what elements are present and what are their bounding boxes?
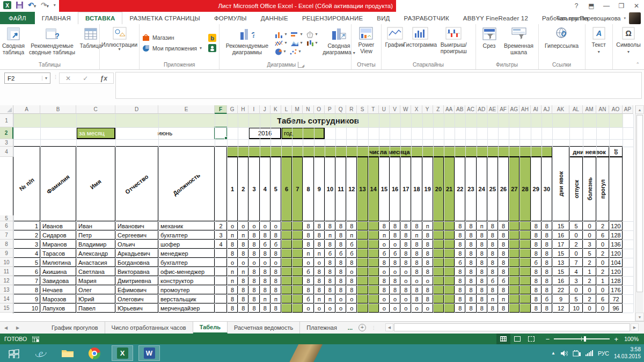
day-header-21[interactable]: 21 [444, 157, 455, 221]
row-header-10[interactable]: 10 [0, 258, 13, 267]
column-header-A[interactable]: A [13, 105, 40, 114]
cell-day-24[interactable]: 8 [477, 258, 487, 267]
column-header-X[interactable]: X [411, 105, 422, 114]
cell-day-28[interactable] [519, 267, 530, 276]
cell-day-22[interactable]: 8 [455, 221, 465, 230]
cell-extra[interactable] [215, 285, 227, 294]
tab-page-layout[interactable]: РАЗМЕТКА СТРАНИЦЫ [122, 12, 207, 24]
cell-day-19[interactable]: о [422, 303, 433, 313]
cell-day-1[interactable]: 8 [227, 240, 238, 249]
cell-surname[interactable]: Тарасов [40, 249, 76, 258]
cell-day-6[interactable] [281, 285, 292, 294]
cell-truancy[interactable]: 0 [596, 285, 609, 294]
row-header-15[interactable]: 15 [0, 303, 13, 313]
cell-surname[interactable]: Сидаров [40, 230, 76, 240]
cell-day-10[interactable]: п [325, 230, 335, 240]
cell-surname[interactable]: Милютина [40, 258, 76, 267]
cell-day-20[interactable] [433, 258, 444, 267]
cell-day-20[interactable] [433, 221, 444, 230]
cell-day-11[interactable]: 8 [335, 267, 346, 276]
cell-day-27[interactable] [509, 276, 519, 285]
cell-day-29[interactable]: 8 [531, 230, 541, 240]
cell-day-1[interactable]: п [227, 230, 238, 240]
column-header-F[interactable]: F [215, 105, 227, 114]
cell-day-9[interactable]: 8 [314, 285, 325, 294]
cell-day-18[interactable]: 8 [411, 258, 422, 267]
line-chart-button[interactable]: ▾ [275, 40, 287, 47]
cell-day-27[interactable] [509, 285, 519, 294]
tray-expand-icon[interactable]: ▲ [551, 351, 555, 356]
internet-explorer-icon[interactable]: e [30, 345, 52, 361]
cell-vacation[interactable]: 5 [569, 294, 583, 303]
column-header-U[interactable]: U [379, 105, 390, 114]
cell-truancy[interactable]: 2 [596, 267, 609, 276]
cell-sick[interactable]: 3 [583, 240, 596, 249]
cell-day-15[interactable]: 8 [379, 276, 390, 285]
cell-day-18[interactable]: п [411, 230, 422, 240]
charts-dialog-launcher-icon[interactable] [298, 62, 304, 68]
cell-day-8[interactable]: 8 [303, 285, 313, 294]
cell-attend[interactable]: 15 [552, 267, 569, 276]
header-отпуск[interactable]: отпуск [569, 157, 583, 221]
cell-day-17[interactable]: о [400, 294, 411, 303]
cell-day-11[interactable]: 8 [335, 240, 346, 249]
cell-day-11[interactable]: 8 [335, 276, 346, 285]
cell-day-6[interactable] [281, 294, 292, 303]
cell-day-2[interactable]: п [238, 267, 248, 276]
cell-name[interactable]: Владимир [76, 240, 115, 249]
day-header-19[interactable]: 19 [422, 157, 433, 221]
cell-day-3[interactable]: 8 [248, 267, 259, 276]
cell-day-29[interactable]: 8 [531, 267, 541, 276]
cell-day-21[interactable] [444, 230, 455, 240]
cell-day-6[interactable] [281, 249, 292, 258]
cell-day-7[interactable] [292, 240, 303, 249]
column-header-AD[interactable]: AD [477, 105, 487, 114]
cell-day-17[interactable]: о [400, 267, 411, 276]
timeline-button[interactable]: Временная шкала [501, 25, 537, 61]
cell-day-10[interactable]: б [325, 249, 335, 258]
column-chart-button[interactable]: ▾ [275, 31, 287, 38]
cell-day-22[interactable]: 8 [455, 240, 465, 249]
header-extra-col[interactable] [215, 147, 227, 221]
day-header-6[interactable]: 6 [281, 157, 292, 221]
view-normal-icon[interactable] [496, 334, 510, 344]
cell-day-14[interactable] [368, 294, 379, 303]
cell-day-26[interactable]: 8 [498, 303, 509, 313]
day-header-4[interactable]: 4 [260, 157, 270, 221]
day-header-15[interactable]: 15 [379, 157, 390, 221]
battery-icon[interactable] [573, 350, 581, 357]
cell-day-12[interactable]: 8 [346, 285, 357, 294]
cell-day-21[interactable] [444, 267, 455, 276]
column-header-C[interactable]: C [76, 105, 115, 114]
cell-day-27[interactable] [509, 249, 519, 258]
cell-day-27[interactable] [509, 258, 519, 267]
user-name[interactable]: Татьяна Перевощикова [556, 15, 620, 21]
day-header-7[interactable]: 7 [292, 157, 303, 221]
pivot-table-button[interactable]: Сводная таблица [2, 25, 25, 61]
cell-day-12[interactable]: б [346, 249, 357, 258]
cell-day-7[interactable] [292, 303, 303, 313]
cell-vacation[interactable]: 4 [569, 267, 583, 276]
text-button[interactable]: A Текст▾ [587, 25, 611, 61]
cell-day-7[interactable] [292, 276, 303, 285]
cell-day-28[interactable] [519, 221, 530, 230]
row-header-13[interactable]: 13 [0, 285, 13, 294]
horizontal-scrollbar[interactable]: ◀ ▶ [385, 323, 639, 332]
cell-day-22[interactable]: 8 [455, 267, 465, 276]
cell-day-20[interactable] [433, 294, 444, 303]
cell-day-7[interactable] [292, 258, 303, 267]
cell-day-9[interactable]: п [314, 249, 325, 258]
cell-day-3[interactable]: 8 [248, 303, 259, 313]
header-Имя[interactable]: Имя [76, 147, 115, 221]
cell-day-27[interactable] [509, 303, 519, 313]
minimize-icon[interactable]: — [599, 0, 614, 12]
cell-sick[interactable]: 0 [583, 285, 596, 294]
day-header-25[interactable]: 25 [487, 157, 498, 221]
save-icon[interactable] [16, 2, 23, 9]
cell-day-13[interactable] [357, 230, 368, 240]
cell-day-28[interactable] [519, 276, 530, 285]
cell-sick[interactable]: 2 [583, 294, 596, 303]
header-прогул[interactable]: прогул [596, 157, 609, 221]
cell-day-29[interactable]: 8 [531, 240, 541, 249]
cell-day-27[interactable] [509, 221, 519, 230]
